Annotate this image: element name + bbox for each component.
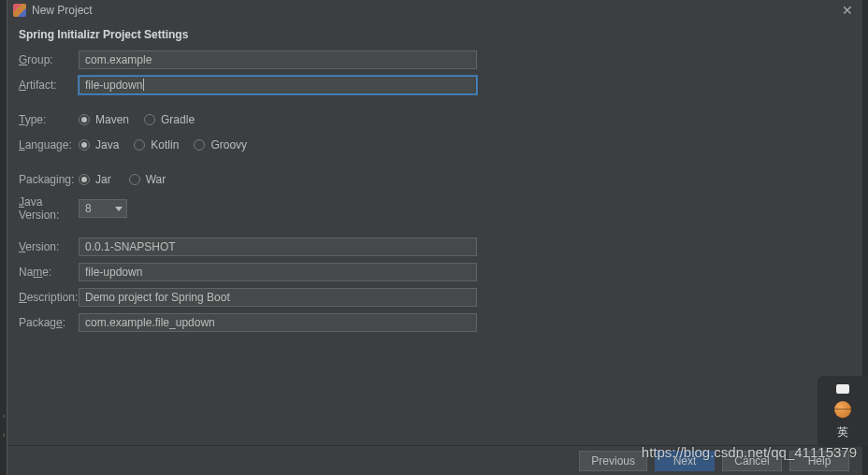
- page-subtitle: Spring Initializr Project Settings: [7, 21, 862, 50]
- chevron-down-icon: [115, 207, 123, 211]
- label-package: Package:: [19, 316, 79, 329]
- label-packaging: Packaging:: [19, 173, 79, 186]
- shirt-icon: [834, 382, 851, 396]
- radio-dot-icon: [144, 114, 155, 125]
- radio-pack-jar[interactable]: Jar: [79, 173, 111, 186]
- label-language: Language:: [19, 138, 79, 151]
- close-icon[interactable]: ✕: [838, 3, 857, 18]
- radio-dot-icon: [79, 139, 90, 151]
- cancel-button[interactable]: Cancel: [722, 451, 782, 471]
- form: Group: com.example Artifact: file-updown…: [7, 50, 862, 338]
- app-icon: [13, 4, 26, 17]
- titlebar: New Project ✕: [7, 0, 862, 21]
- radio-label: Gradle: [161, 113, 195, 126]
- previous-button[interactable]: Previous: [579, 451, 647, 471]
- help-button[interactable]: Help: [789, 451, 849, 471]
- radio-label: Jar: [95, 173, 111, 186]
- radio-lang-java[interactable]: Java: [79, 138, 119, 151]
- basketball-icon: [834, 401, 851, 418]
- group-input[interactable]: com.example: [79, 50, 477, 69]
- radio-label: Java: [95, 138, 119, 151]
- java-version-value: 8: [85, 202, 92, 215]
- radio-dot-icon: [194, 139, 205, 151]
- radio-pack-war[interactable]: War: [129, 173, 166, 186]
- package-input[interactable]: com.example.file_updown: [79, 313, 477, 332]
- ime-indicator: 英: [837, 425, 848, 440]
- name-input[interactable]: file-updown: [79, 263, 477, 281]
- radio-lang-groovy[interactable]: Groovy: [194, 138, 247, 151]
- java-version-select[interactable]: 8: [79, 199, 127, 218]
- label-type: Type:: [19, 113, 79, 126]
- radio-dot-icon: [129, 174, 140, 185]
- label-group: Group:: [19, 53, 79, 66]
- artifact-value: file-updown: [85, 79, 142, 92]
- radio-label: Kotlin: [151, 138, 179, 151]
- new-project-dialog: New Project ✕ Spring Initializr Project …: [7, 0, 862, 475]
- label-name: Name:: [19, 266, 79, 279]
- radio-dot-icon: [79, 174, 90, 185]
- radio-dot-icon: [134, 139, 145, 151]
- radio-label: War: [146, 173, 166, 186]
- version-input[interactable]: 0.0.1-SNAPSHOT: [79, 238, 477, 256]
- radio-type-gradle[interactable]: Gradle: [144, 113, 195, 126]
- dialog-footer: Previous Next Cancel Help: [7, 445, 862, 475]
- radio-label: Maven: [95, 113, 129, 126]
- next-button[interactable]: Next: [655, 451, 715, 471]
- label-artifact: Artifact:: [19, 79, 79, 92]
- artifact-input[interactable]: file-updown: [79, 76, 477, 94]
- radio-type-maven[interactable]: Maven: [79, 113, 129, 126]
- radio-label: Groovy: [210, 138, 247, 151]
- floating-widget[interactable]: 英: [817, 376, 868, 447]
- label-description: Description:: [19, 291, 79, 304]
- description-input[interactable]: Demo project for Spring Boot: [79, 288, 477, 307]
- radio-lang-kotlin[interactable]: Kotlin: [134, 138, 179, 151]
- radio-dot-icon: [79, 114, 90, 125]
- label-version: Version:: [19, 240, 79, 253]
- window-title: New Project: [32, 4, 838, 17]
- text-caret: [143, 79, 144, 91]
- ide-left-gutter: › ›: [0, 0, 7, 475]
- label-java-version: Java Version:: [19, 195, 79, 222]
